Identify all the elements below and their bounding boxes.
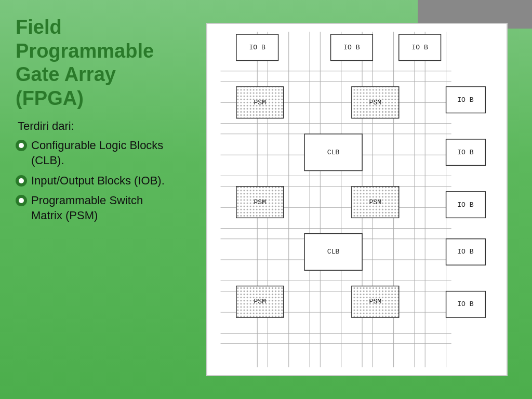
left-panel: Field Programmable Gate Array (FPGA) Ter… <box>0 0 187 399</box>
bullet-list: Configurable Logic Blocks (CLB). Input/O… <box>16 138 174 223</box>
list-item: Input/Output Blocks (IOB). <box>16 174 174 189</box>
slide-title: Field Programmable Gate Array (FPGA) <box>16 16 174 110</box>
psm-r4-left-label: PSM <box>254 198 266 206</box>
iob-top-3-label: IO B <box>411 44 428 51</box>
iob-r5-right-label: IO B <box>457 248 474 256</box>
bullet-icon-clb <box>16 140 27 151</box>
iob-top-1-label: IO B <box>249 44 265 51</box>
iob-r6-right-label: IO B <box>457 300 474 308</box>
iob-top-2-label: IO B <box>343 44 360 51</box>
slide: Field Programmable Gate Array (FPGA) Ter… <box>0 0 532 399</box>
bullet-icon-iob <box>16 175 27 187</box>
bullet-text-iob: Input/Output Blocks (IOB). <box>31 174 165 189</box>
bullet-text-clb: Configurable Logic Blocks (CLB). <box>31 138 174 168</box>
psm-r2-right-label: PSM <box>369 99 382 107</box>
iob-r3-right-label: IO B <box>457 149 474 156</box>
right-panel: IO B IO B IO B PSM PSM IO B <box>187 0 532 399</box>
fpga-diagram-container: IO B IO B IO B PSM PSM IO B <box>206 23 508 376</box>
bullet-text-psm: Programmable Switch Matrix (PSM) <box>31 193 174 223</box>
clb-2-label: CLB <box>327 248 340 256</box>
psm-r2-left-label: PSM <box>254 99 266 107</box>
fpga-svg: IO B IO B IO B PSM PSM IO B <box>215 32 499 367</box>
iob-r2-right-label: IO B <box>457 96 474 104</box>
bullet-icon-psm <box>16 195 27 206</box>
clb-1-label: CLB <box>327 149 340 156</box>
iob-r4-right-label: IO B <box>457 201 474 209</box>
psm-r6-left-label: PSM <box>254 298 266 305</box>
psm-r4-right-label: PSM <box>369 198 382 206</box>
list-item: Programmable Switch Matrix (PSM) <box>16 193 174 223</box>
list-item: Configurable Logic Blocks (CLB). <box>16 138 174 168</box>
intro-text: Terdiri dari: <box>18 119 174 133</box>
psm-r6-right-label: PSM <box>369 298 382 305</box>
